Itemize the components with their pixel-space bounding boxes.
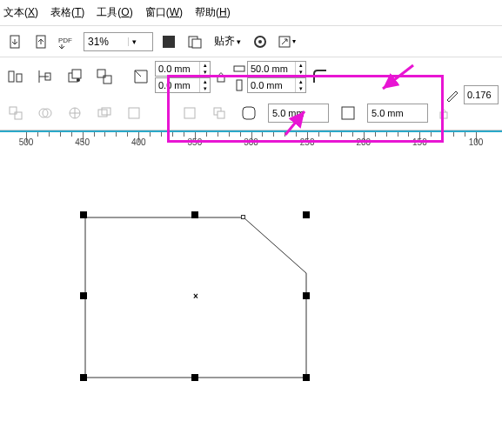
corner-radius-b[interactable]: 5.0 mm <box>367 104 428 123</box>
corner-scallop-icon[interactable] <box>338 103 358 124</box>
drawing-canvas[interactable]: × <box>0 150 502 448</box>
handle-bl[interactable] <box>80 374 87 381</box>
svg-rect-10 <box>17 74 22 82</box>
outline-pen-icon <box>445 87 460 103</box>
simplify-icon <box>124 103 144 124</box>
menu-tools[interactable]: 工具(O) <box>97 5 132 20</box>
menu-help[interactable]: 帮助(H) <box>195 5 231 20</box>
outline-input[interactable] <box>464 85 499 104</box>
svg-rect-33 <box>440 112 447 118</box>
corner-lock-icon <box>437 106 451 120</box>
svg-rect-13 <box>72 70 81 78</box>
snap-dropdown[interactable]: 贴齐▾ <box>211 32 244 51</box>
pos-y-input[interactable] <box>156 80 199 90</box>
svg-rect-9 <box>9 71 14 82</box>
pos-y-spinner[interactable]: ▴▾ <box>199 78 210 92</box>
svg-rect-3 <box>163 36 175 48</box>
height-spinner[interactable]: ▴▾ <box>295 78 305 92</box>
back-minus-icon <box>209 103 230 124</box>
menubar: 文本(X) 表格(T) 工具(O) 窗口(W) 帮助(H) <box>0 0 502 26</box>
front-minus-icon <box>179 103 200 124</box>
menu-window[interactable]: 窗口(W) <box>145 5 183 20</box>
distribute-tool-icon[interactable] <box>35 66 56 87</box>
handle-tl[interactable] <box>80 211 87 218</box>
svg-rect-31 <box>243 107 255 119</box>
pos-x-spinner[interactable]: ▴▾ <box>199 62 210 76</box>
horizontal-ruler: 500450400350300250200150100 <box>0 130 502 150</box>
zoom-input[interactable] <box>84 36 128 48</box>
intersect-icon <box>94 103 115 124</box>
handle-bm[interactable] <box>191 374 198 381</box>
zoom-combo[interactable]: ▾ <box>84 32 153 51</box>
position-group: ▴▾ ▴▾ <box>155 61 211 93</box>
page-corner-icon[interactable] <box>131 66 151 87</box>
corner-round-icon[interactable] <box>238 103 259 124</box>
svg-rect-19 <box>237 80 242 90</box>
width-spinner[interactable]: ▴▾ <box>295 62 305 76</box>
group-tool-icon[interactable] <box>94 66 115 87</box>
pos-x-input[interactable] <box>156 64 199 74</box>
svg-rect-17 <box>218 76 224 82</box>
combine-icon <box>5 103 26 124</box>
handle-br[interactable] <box>303 374 310 381</box>
svg-rect-28 <box>184 108 195 118</box>
launch-icon[interactable]: ▾ <box>276 31 297 52</box>
standard-toolbar: PDF ▾ 贴齐▾ ▾ <box>0 26 502 57</box>
svg-text:PDF: PDF <box>58 37 72 44</box>
trim-icon <box>64 103 85 124</box>
svg-point-7 <box>258 40 262 43</box>
height-input[interactable] <box>248 80 295 90</box>
svg-rect-25 <box>98 110 107 117</box>
svg-rect-18 <box>234 66 244 71</box>
export-icon[interactable] <box>31 31 52 52</box>
outline-width[interactable] <box>445 85 499 104</box>
svg-rect-26 <box>102 108 110 115</box>
svg-rect-27 <box>129 108 139 118</box>
svg-point-14 <box>77 78 80 82</box>
options-icon[interactable] <box>250 31 271 52</box>
size-group: ▴▾ ▴▾ <box>231 61 306 93</box>
menu-table[interactable]: 表格(T) <box>50 5 84 20</box>
svg-rect-15 <box>97 70 105 77</box>
svg-rect-20 <box>10 107 17 114</box>
align-tool-icon[interactable] <box>5 66 26 87</box>
preview-icon[interactable] <box>184 31 205 52</box>
handle-tr[interactable] <box>303 211 310 218</box>
svg-rect-21 <box>15 112 22 119</box>
pdf-icon[interactable]: PDF <box>57 31 78 52</box>
shape-center: × <box>193 291 198 301</box>
chevron-down-icon[interactable]: ▾ <box>128 37 140 46</box>
import-icon[interactable] <box>5 31 26 52</box>
fullscreen-icon[interactable] <box>158 31 179 52</box>
svg-rect-32 <box>342 107 354 119</box>
secondary-toolbar: 5.0 mm 5.0 mm <box>0 96 502 130</box>
weld-icon <box>35 103 56 124</box>
shape-node[interactable] <box>241 215 245 219</box>
handle-tm[interactable] <box>191 211 198 218</box>
lock-ratio-icon[interactable] <box>214 70 228 84</box>
svg-rect-30 <box>218 111 224 118</box>
corner-radius-a[interactable]: 5.0 mm <box>268 104 329 123</box>
width-input[interactable] <box>248 64 295 74</box>
handle-ml[interactable] <box>80 292 87 299</box>
property-toolbar: ▴▾ ▴▾ ▴▾ ▴▾ <box>0 57 502 96</box>
handle-mr[interactable] <box>303 292 310 299</box>
height-icon <box>231 77 247 93</box>
menu-text[interactable]: 文本(X) <box>3 5 38 20</box>
corner-style-icon[interactable] <box>310 66 331 87</box>
svg-rect-5 <box>192 39 201 48</box>
svg-rect-16 <box>104 76 111 84</box>
order-tool-icon[interactable] <box>64 66 85 87</box>
width-icon <box>231 61 247 77</box>
